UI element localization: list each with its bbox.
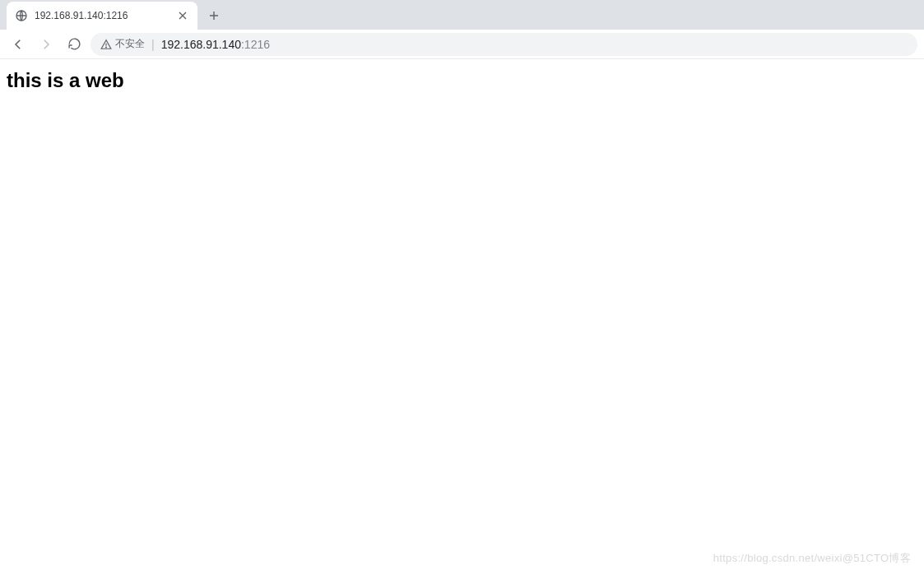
- page-content: this is a web: [0, 59, 924, 102]
- divider: |: [151, 38, 155, 51]
- close-icon[interactable]: [176, 9, 189, 22]
- watermark: https://blog.csdn.net/weixi@51CTO博客: [713, 551, 911, 566]
- security-indicator[interactable]: 不安全: [100, 37, 145, 51]
- address-bar[interactable]: 不安全 | 192.168.91.140:1216: [91, 33, 917, 56]
- url-port: :1216: [241, 38, 270, 51]
- warning-icon: [100, 39, 112, 50]
- tab-strip: 192.168.91.140:1216: [0, 0, 924, 30]
- page-heading: this is a web: [7, 69, 917, 92]
- browser-tab[interactable]: 192.168.91.140:1216: [7, 2, 197, 30]
- forward-button[interactable]: [35, 33, 58, 56]
- globe-icon: [15, 9, 28, 22]
- back-button[interactable]: [7, 33, 30, 56]
- watermark-right: @51CTO博客: [843, 552, 911, 564]
- url-host: 192.168.91.140: [161, 38, 241, 51]
- new-tab-button[interactable]: [202, 4, 225, 27]
- tab-title: 192.168.91.140:1216: [35, 10, 169, 21]
- toolbar: 不安全 | 192.168.91.140:1216: [0, 30, 924, 59]
- reload-button[interactable]: [63, 33, 86, 56]
- watermark-left: https://blog.csdn.net/weixi: [713, 552, 843, 564]
- svg-point-1: [106, 47, 107, 48]
- url-text: 192.168.91.140:1216: [161, 38, 270, 51]
- security-label: 不安全: [115, 37, 145, 51]
